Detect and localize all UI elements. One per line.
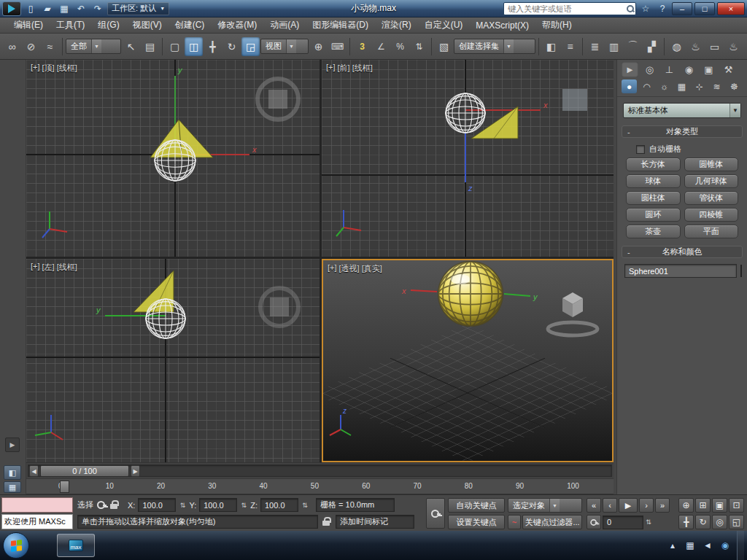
key-wave-icon[interactable]: ~ (508, 515, 521, 529)
sphere-object-left-view[interactable] (146, 299, 185, 338)
viewport-layout-button-b[interactable]: ▦ (4, 481, 21, 493)
auto-key-button[interactable]: 自动关键点 (448, 498, 505, 513)
rollout-object-type[interactable]: - 对象类型 (622, 125, 743, 138)
spinner-snap-icon[interactable]: ⇅ (410, 37, 428, 56)
play-button[interactable]: ▶ (619, 498, 638, 513)
button-pyramid[interactable]: 四棱锥 (684, 208, 739, 222)
next-frame-arrow[interactable]: ▶ (131, 465, 140, 477)
taskbar-3dsmax-button[interactable]: max (57, 534, 95, 557)
viewport-menu-plus[interactable]: [+] (326, 63, 336, 74)
select-and-scale-icon[interactable]: ◲ (241, 37, 260, 56)
maxscript-mini-listener[interactable]: 欢迎使用 MAXSc (1, 514, 73, 529)
show-desktop-button[interactable] (737, 531, 744, 560)
menu-tools[interactable]: 工具(T) (50, 17, 91, 34)
set-key-button[interactable]: 设置关键点 (448, 515, 505, 529)
go-to-end-button[interactable]: » (655, 498, 670, 513)
object-name-field[interactable] (624, 264, 737, 278)
viewport-layout-button-a[interactable]: ◧ (4, 465, 21, 480)
track-bar[interactable]: 0 10 20 30 40 50 60 70 80 90 100 (26, 478, 614, 494)
search-input[interactable] (504, 4, 625, 13)
select-and-rotate-icon[interactable]: ↻ (222, 37, 241, 56)
maxscript-macro-recorder[interactable] (1, 497, 73, 513)
undo-button[interactable]: ↶ (74, 2, 88, 15)
favorites-button[interactable]: ☆ (638, 2, 653, 15)
button-geosphere[interactable]: 几何球体 (684, 174, 739, 188)
button-plane[interactable]: 平面 (684, 225, 739, 238)
maximize-viewport-toggle-icon[interactable]: ◱ (729, 515, 744, 529)
viewport-menu-shading[interactable]: [线框] (57, 262, 77, 273)
window-crossing-toggle-icon[interactable]: ◫ (185, 37, 203, 56)
button-cone[interactable]: 圆锥体 (684, 158, 739, 171)
button-cylinder[interactable]: 圆柱体 (626, 191, 681, 205)
viewport-menu-shading[interactable]: [线框] (57, 63, 77, 74)
viewport-menu-plus[interactable]: [+] (328, 263, 337, 274)
zoom-icon[interactable]: ⊕ (678, 498, 694, 513)
autogrid-checkbox[interactable] (636, 145, 645, 154)
select-and-move-icon[interactable]: ╋ (204, 37, 222, 56)
key-filter-scope-dropdown[interactable]: 选定对象 ▼ (508, 498, 582, 513)
sphere-object-front-view[interactable] (446, 93, 485, 133)
viewcube-icon[interactable] (548, 292, 597, 335)
key-mode-toggle-icon[interactable] (587, 515, 601, 529)
selection-lock-icon[interactable] (110, 500, 119, 510)
select-and-link-icon[interactable]: ∞ (3, 37, 21, 56)
snaps-toggle-icon[interactable]: 3 (353, 37, 371, 56)
viewport-menu-view[interactable]: [顶] (42, 63, 55, 74)
y-coordinate-field[interactable] (199, 498, 237, 512)
mirror-icon[interactable]: ◧ (542, 37, 560, 56)
viewport-perspective-active[interactable]: [+] [透视] [真实] x y (322, 259, 614, 462)
viewport-menu-shading[interactable]: [真实] (362, 263, 382, 274)
geometry-category-dropdown[interactable]: 标准基本体 ▼ (623, 103, 741, 118)
tab-motion-icon[interactable]: ◉ (681, 62, 697, 77)
field-of-view-icon[interactable]: ◎ (712, 515, 727, 529)
unlink-selection-icon[interactable]: ⊘ (22, 37, 40, 56)
close-button[interactable]: × (717, 2, 745, 15)
help-button[interactable]: ? (655, 2, 670, 15)
track-bar-frame-indicator[interactable] (60, 481, 69, 493)
menu-views[interactable]: 视图(V) (126, 17, 169, 34)
category-geometry-icon[interactable]: ● (622, 79, 637, 93)
zoom-all-icon[interactable]: ⊞ (695, 498, 711, 513)
menu-animation[interactable]: 动画(A) (263, 17, 306, 34)
menu-help[interactable]: 帮助(H) (535, 17, 578, 34)
edit-named-selection-sets-icon[interactable]: ▧ (435, 37, 453, 56)
angle-snap-icon[interactable]: ∠ (372, 37, 390, 56)
viewport-menu-plus[interactable]: [+] (31, 262, 40, 273)
minimize-button[interactable]: – (672, 2, 692, 15)
time-tag-lock-icon[interactable] (322, 517, 331, 526)
x-coordinate-field[interactable] (138, 498, 176, 512)
named-selection-sets-dropdown[interactable]: 创建选择集 ▼ (454, 39, 535, 54)
category-cameras-icon[interactable]: ▦ (674, 79, 689, 93)
schematic-view-icon[interactable]: ▞ (643, 37, 661, 56)
rollout-name-and-color[interactable]: - 名称和颜色 (622, 246, 743, 258)
zoom-region-icon[interactable]: ⊡ (729, 498, 744, 513)
menu-graph-editors[interactable]: 图形编辑器(D) (306, 17, 375, 34)
button-tube[interactable]: 管状体 (684, 191, 739, 205)
menu-edit[interactable]: 编辑(E) (7, 17, 50, 34)
y-spinner[interactable]: ⇅ (240, 502, 247, 509)
select-object-icon[interactable]: ↖ (122, 37, 140, 56)
use-center-icon[interactable]: ⊕ (309, 37, 328, 56)
add-time-tag[interactable]: 添加时间标记 (336, 515, 414, 529)
tab-hierarchy-icon[interactable]: ⊥ (661, 62, 678, 77)
tab-modify-icon[interactable]: ◎ (641, 62, 658, 77)
z-spinner[interactable]: ⇅ (301, 502, 309, 509)
select-by-name-icon[interactable]: ▤ (141, 37, 159, 56)
maximize-button[interactable]: □ (694, 2, 715, 15)
viewport-left[interactable]: [+] [左] [线框] y (26, 259, 320, 462)
render-production-icon[interactable]: ♨ (724, 37, 743, 56)
viewcube-icon[interactable] (258, 79, 298, 120)
search-icon[interactable] (625, 4, 635, 14)
material-editor-icon[interactable]: ◍ (667, 37, 686, 56)
reference-coordinate-dropdown[interactable]: 视图 ▼ (260, 39, 309, 54)
percent-snap-icon[interactable]: % (391, 37, 409, 56)
menu-customize[interactable]: 自定义(U) (418, 17, 470, 34)
render-setup-icon[interactable]: ♨ (686, 37, 705, 56)
category-systems-icon[interactable]: ☸ (727, 79, 742, 93)
tray-icon-a[interactable]: ▦ (684, 540, 696, 551)
ribbon-toggle-icon[interactable]: ▥ (605, 37, 623, 56)
sphere-object-top-view[interactable] (155, 140, 196, 181)
curve-editor-icon[interactable]: ⌒ (624, 37, 642, 56)
rendered-frame-window-icon[interactable]: ▭ (705, 37, 724, 56)
set-key-mode-button[interactable] (426, 498, 445, 529)
